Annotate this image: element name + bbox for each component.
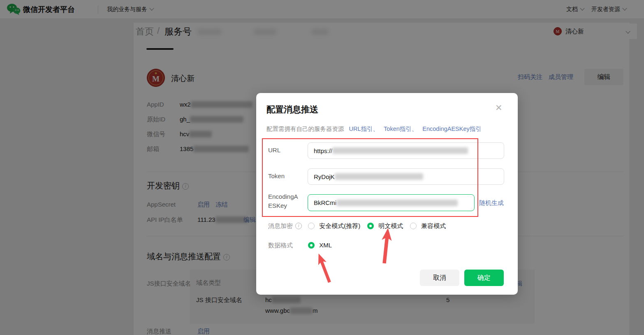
radio-compat-mode-label: 兼容模式 xyxy=(421,222,446,229)
modal-subtitle-text: 配置需拥有自己的服务器资源 xyxy=(266,126,344,132)
cancel-button-label: 取消 xyxy=(433,274,446,282)
radio-xml-label: XML xyxy=(319,242,332,249)
radio-safe-mode-label: 安全模式(推荐) xyxy=(319,222,360,229)
confirm-button-label: 确定 xyxy=(477,274,491,282)
close-icon[interactable]: ✕ xyxy=(495,103,503,112)
radio-safe-mode[interactable]: 安全模式(推荐) xyxy=(308,222,360,230)
radio-xml[interactable]: XML xyxy=(308,242,332,249)
url-guide-link[interactable]: URL指引、 xyxy=(349,126,379,132)
confirm-button[interactable]: 确定 xyxy=(464,270,504,286)
modal-subtitle: 配置需拥有自己的服务器资源 URL指引、 Token指引、 EncodingAE… xyxy=(266,125,482,133)
random-generate-link[interactable]: 随机生成 xyxy=(479,199,504,207)
encrypt-mode-label-text: 消息加密 xyxy=(268,222,293,229)
radio-icon xyxy=(308,223,315,229)
cancel-button[interactable]: 取消 xyxy=(420,270,459,286)
encrypt-mode-label: 消息加密i xyxy=(268,222,302,230)
page: 微信开发者平台 我的业务与服务 文档 开发者资源 首页 / 服务号 M 清心新 xyxy=(0,0,644,335)
data-format-label: 数据格式 xyxy=(268,242,293,249)
radio-selected-icon xyxy=(308,242,315,249)
aeskey-guide-link[interactable]: EncodingAESKey指引 xyxy=(422,126,481,132)
modal-title: 配置消息推送 xyxy=(266,104,318,115)
radio-icon xyxy=(410,223,417,229)
token-guide-link[interactable]: Token指引、 xyxy=(384,126,417,132)
radio-selected-icon xyxy=(367,223,374,229)
radio-compat-mode[interactable]: 兼容模式 xyxy=(410,222,446,230)
annotation-highlight-box xyxy=(262,138,478,217)
info-icon[interactable]: i xyxy=(295,223,302,229)
